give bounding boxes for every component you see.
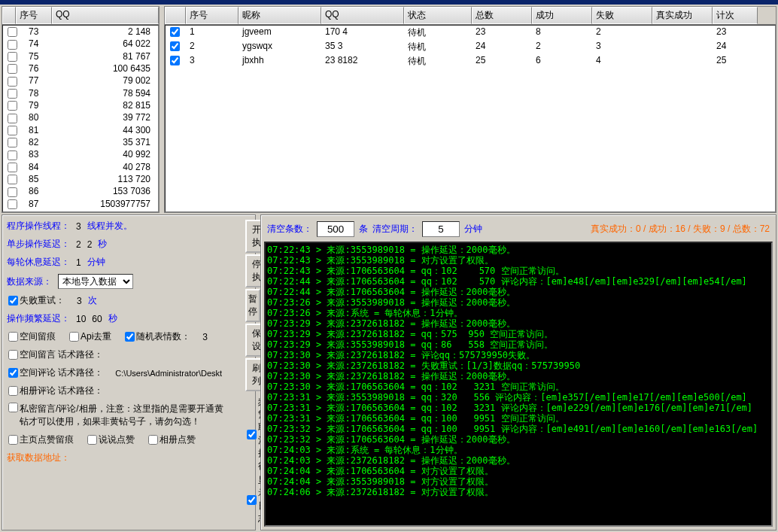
album-like-checkbox[interactable] <box>148 435 158 445</box>
table-row[interactable]: 7581 767 <box>3 50 158 62</box>
log-panel: 清空条数： 条 清空周期： 分钟 真实成功：0 / 成功：16 / 失败：9 /… <box>260 214 776 530</box>
table-row[interactable]: 2ygswqx35 3待机242324 <box>166 40 775 54</box>
right-table-body[interactable]: 1jgveem170 4待机2382232ygswqx35 3待机2423243… <box>165 25 776 212</box>
table-row[interactable]: 732 148 <box>3 26 158 38</box>
table-row[interactable]: 8235 371 <box>3 136 158 148</box>
private-msg-checkbox[interactable] <box>8 403 18 412</box>
table-row[interactable]: 76100 6435 <box>3 62 158 74</box>
col-qq[interactable]: QQ <box>52 7 159 24</box>
table-row[interactable]: 8340 992 <box>3 148 158 160</box>
table-row[interactable]: 1jgveem170 4待机238223 <box>166 26 775 40</box>
api-dedup-checkbox[interactable] <box>69 332 79 342</box>
table-row[interactable]: 871503977757 <box>3 198 158 210</box>
table-row[interactable]: 8039 772 <box>3 111 158 123</box>
settings-panel: 程序操作线程：3线程并发。 单步操作延迟：22秒 每轮休息延迟：1分钟 数据来源… <box>2 214 256 530</box>
table-row[interactable]: 7982 815 <box>3 99 158 111</box>
table-row[interactable]: 8440 278 <box>3 161 158 173</box>
talk-like-checkbox[interactable] <box>87 435 97 445</box>
left-qq-list: 序号 QQ 732 1487464 0227581 76776100 64357… <box>2 6 160 213</box>
fail-retry-checkbox[interactable] <box>8 296 18 306</box>
space-msg-checkbox[interactable] <box>8 350 18 360</box>
data-source-select[interactable]: 本地导入数据 <box>58 274 133 289</box>
freq-cancel-checkbox[interactable] <box>247 430 257 439</box>
table-row[interactable]: 86153 7036 <box>3 185 158 197</box>
clear-count-input[interactable] <box>317 221 354 237</box>
table-row[interactable]: 7464 022 <box>3 38 158 50</box>
space-comment-checkbox[interactable] <box>8 368 18 378</box>
clear-cycle-input[interactable] <box>422 221 460 237</box>
pause-button[interactable]: 暂停 <box>245 289 260 322</box>
random-emoji-checkbox[interactable] <box>125 332 135 342</box>
right-account-list: 序号 昵称 QQ 状态 总数 成功 失败 真实成功 计次 1jgveem170 … <box>164 6 776 213</box>
log-area[interactable]: 07:22:43 > 来源:3553989018 = 操作延迟：2000毫秒。0… <box>264 242 773 527</box>
table-row[interactable]: 7878 594 <box>3 87 158 99</box>
left-table-body[interactable]: 732 1487464 0227581 76776100 64357779 00… <box>2 25 159 212</box>
table-row[interactable]: 3jbxhh23 8182待机256425 <box>166 54 775 68</box>
table-row[interactable]: 7779 002 <box>3 74 158 87</box>
table-row[interactable]: 8144 300 <box>3 124 158 136</box>
stats-text: 真实成功：0 / 成功：16 / 失败：9 / 总数：72 <box>591 223 770 236</box>
col-seq[interactable]: 序号 <box>16 7 52 24</box>
album-comment-checkbox[interactable] <box>8 386 18 396</box>
show-log-checkbox[interactable] <box>247 495 257 505</box>
space-trace-checkbox[interactable] <box>8 332 18 342</box>
home-like-checkbox[interactable] <box>8 435 18 445</box>
table-row[interactable]: 85113 720 <box>3 173 158 185</box>
